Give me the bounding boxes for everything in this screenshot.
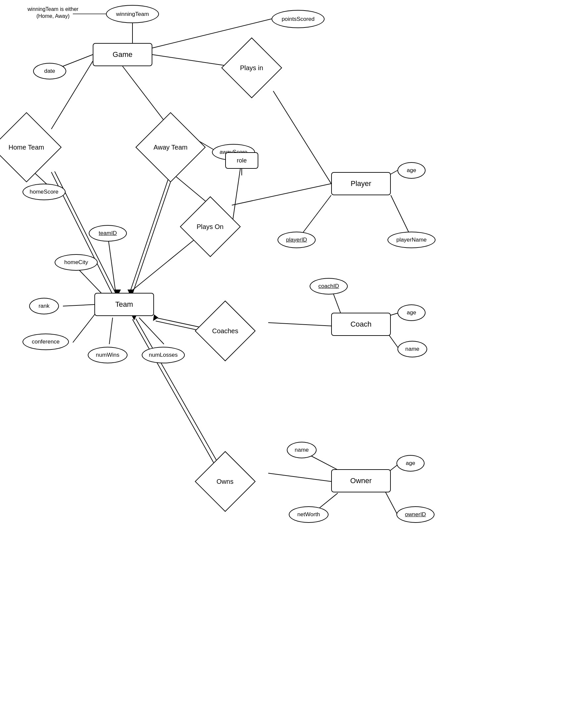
attr-player-id: playerID <box>277 232 316 248</box>
svg-line-24 <box>109 242 116 295</box>
attr-coach-id: coachID <box>310 278 348 295</box>
rel-owns: Owns <box>195 451 256 512</box>
attr-rank: rank <box>29 298 59 314</box>
attr-player-age: age <box>398 162 426 179</box>
rel-away-team: Away Team <box>135 112 206 182</box>
svg-line-14 <box>232 159 242 227</box>
rel-coaches: Coaches <box>195 300 256 361</box>
attr-net-worth: netWorth <box>289 506 329 523</box>
entity-team: Team <box>94 293 154 316</box>
svg-line-20 <box>129 172 170 295</box>
svg-line-29 <box>139 318 164 344</box>
rel-plays-on: Plays On <box>180 196 241 257</box>
svg-line-28 <box>109 318 113 344</box>
entity-coach: Coach <box>331 313 391 336</box>
svg-line-10 <box>170 172 210 205</box>
attr-points-scored: pointsScored <box>271 10 325 28</box>
attr-owner-id: ownerID <box>397 506 435 523</box>
attr-owner-name: name <box>287 442 317 458</box>
attr-conference: conference <box>23 334 69 350</box>
winning-team-note: winningTeam is either(Home, Away) <box>15 6 91 20</box>
er-diagram: winningTeam is either(Home, Away) winnin… <box>0 0 563 728</box>
svg-line-26 <box>63 304 96 306</box>
attr-home-score: homeScore <box>23 184 66 200</box>
attr-role: role <box>225 152 258 169</box>
rel-home-team: Home Team <box>0 112 62 182</box>
attr-winning-team: winningTeam <box>106 5 159 23</box>
attr-coach-name: name <box>398 341 427 357</box>
attr-team-id: teamID <box>89 225 127 242</box>
entity-game: Game <box>93 43 152 66</box>
entity-owner: Owner <box>331 469 391 492</box>
entity-player: Player <box>331 172 391 195</box>
rel-plays-in: Plays in <box>221 37 282 98</box>
attr-coach-age: age <box>398 304 426 321</box>
attr-num-losses: numLosses <box>142 347 185 363</box>
svg-line-27 <box>73 313 96 342</box>
svg-line-9 <box>273 91 331 184</box>
svg-line-21 <box>132 172 174 294</box>
attr-home-city: homeCity <box>55 254 98 271</box>
attr-date: date <box>33 63 66 79</box>
svg-line-33 <box>268 323 331 326</box>
attr-num-wins: numWins <box>88 347 127 363</box>
connection-lines <box>0 0 563 728</box>
svg-line-40 <box>268 473 331 481</box>
svg-line-11 <box>232 184 331 205</box>
svg-line-25 <box>79 270 103 295</box>
attr-player-name: playerName <box>388 232 436 248</box>
attr-owner-age: age <box>397 455 425 472</box>
svg-marker-32 <box>153 314 158 321</box>
